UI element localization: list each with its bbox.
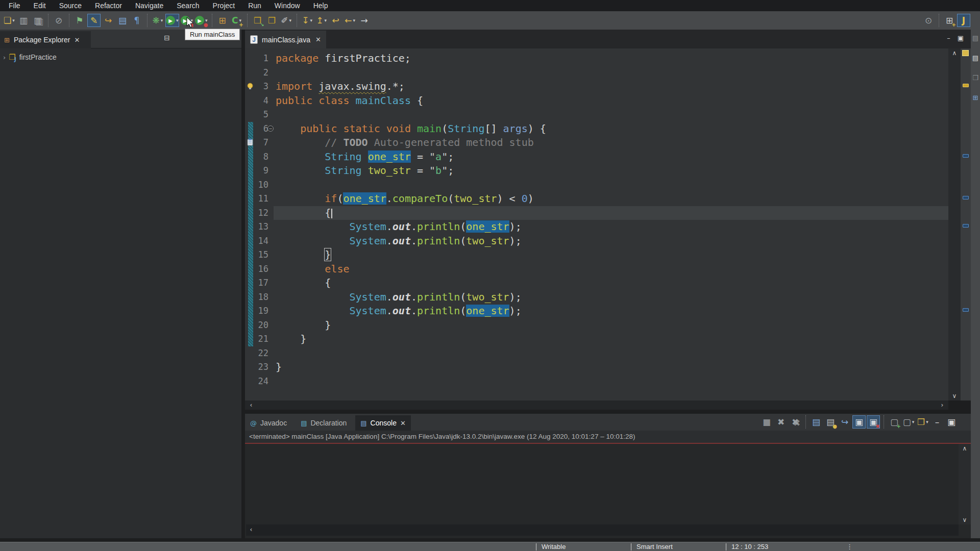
line-number-24[interactable]: 24 — [245, 374, 268, 389]
console-output[interactable] — [245, 444, 959, 524]
line-number-5[interactable]: 5 — [245, 108, 268, 122]
chevron-down-icon[interactable]: ▾ — [176, 18, 179, 23]
menu-source[interactable]: Source — [53, 1, 88, 11]
mark-occurrences-icon[interactable]: ✎ — [87, 14, 101, 27]
line-number-1[interactable]: 1 — [245, 52, 268, 66]
minimize-icon[interactable]: – — [947, 35, 950, 41]
outline-view-icon[interactable]: ▤ — [972, 55, 978, 61]
code-line-11[interactable]: if(one_str.compareTo(two_str) < 0) — [274, 192, 948, 206]
tree-item-firstPractice[interactable]: › ❒J firstPractice — [3, 53, 57, 61]
console-horizontal-scrollbar[interactable]: ‹ — [246, 524, 959, 536]
line-number-17[interactable]: 17 — [245, 276, 268, 290]
code-line-18[interactable]: System.out.println(two_str); — [274, 290, 948, 305]
annotate-icon[interactable]: ✐▾ — [280, 14, 293, 27]
code-line-9[interactable]: String two_str = "b"; — [274, 164, 948, 178]
chevron-down-icon[interactable]: ▾ — [161, 18, 163, 23]
code-line-10[interactable] — [274, 178, 948, 192]
chevron-right-icon[interactable]: › — [3, 54, 6, 61]
menu-file[interactable]: File — [2, 1, 27, 11]
chevron-down-icon[interactable]: ▾ — [12, 18, 15, 23]
menu-run[interactable]: Run — [241, 1, 268, 11]
new-class-icon[interactable]: C+▾ — [230, 14, 243, 27]
code-line-19[interactable]: System.out.println(one_str); — [274, 304, 948, 318]
line-number-19[interactable]: 19 — [245, 304, 268, 318]
maximize-icon[interactable]: ▣ — [958, 35, 964, 41]
display-console-icon[interactable]: ▢▾ — [902, 415, 915, 429]
collapse-all-icon[interactable]: ⊟ — [164, 34, 170, 41]
debug-icon[interactable]: ❋▾ — [151, 14, 164, 27]
warning-marker[interactable] — [963, 84, 969, 87]
close-icon[interactable]: ✕ — [400, 419, 406, 427]
save-icon[interactable]: ▥ — [17, 14, 30, 27]
menu-edit[interactable]: Edit — [27, 1, 53, 11]
tab-javadoc[interactable]: @Javadoc — [245, 415, 296, 431]
menu-search[interactable]: Search — [170, 1, 206, 11]
chevron-down-icon[interactable]: ▾ — [289, 18, 291, 23]
word-wrap-icon[interactable]: ↪ — [838, 415, 851, 429]
open-perspective-icon[interactable]: ⊞+ — [943, 14, 956, 27]
scroll-lock-icon[interactable]: ▤● — [824, 415, 837, 429]
show-whitespace-icon[interactable]: ¶ — [130, 14, 143, 27]
menu-navigate[interactable]: Navigate — [129, 1, 170, 11]
code-line-24[interactable] — [274, 374, 948, 389]
terminate-icon[interactable]: ■ — [760, 415, 773, 429]
line-number-8[interactable]: 8 — [245, 150, 268, 164]
code-line-4[interactable]: public class mainClass { — [274, 94, 948, 108]
next-edit-location-icon[interactable]: ↥▾ — [315, 14, 328, 27]
skip-breakpoints-icon[interactable]: ⊘ — [52, 14, 65, 27]
occurrence-marker[interactable] — [963, 308, 969, 312]
line-number-12[interactable]: 12 — [245, 206, 268, 220]
new-console-view-icon[interactable]: ❒▾ — [916, 415, 929, 429]
scroll-up-icon[interactable]: ∧ — [959, 445, 971, 452]
maximize-console-icon[interactable]: ▣ — [945, 415, 958, 429]
code-line-5[interactable] — [274, 108, 948, 122]
scroll-left-icon[interactable]: ‹ — [248, 402, 254, 409]
chevron-down-icon[interactable]: ▾ — [912, 419, 915, 424]
previous-edit-icon[interactable]: ↩ — [329, 14, 342, 27]
doc-view-icon[interactable]: ❒ — [972, 74, 978, 81]
launch-config-icon[interactable]: ⚑ — [73, 14, 86, 27]
code-line-1[interactable]: package firstPractice; — [274, 52, 948, 66]
new-java-project-icon[interactable]: ⊞ — [216, 14, 229, 27]
line-number-2[interactable]: 2 — [245, 66, 268, 80]
line-number-4[interactable]: 4 — [245, 94, 268, 108]
code-line-6[interactable]: public static void main(String[] args) { — [274, 122, 948, 136]
code-line-15[interactable]: } — [274, 248, 948, 262]
code-line-23[interactable]: } — [274, 360, 948, 374]
scroll-down-icon[interactable]: ∨ — [959, 516, 971, 523]
code-area[interactable]: 1package firstPractice;23import javax.sw… — [245, 48, 948, 400]
line-number-15[interactable]: 15 — [245, 248, 268, 262]
line-number-16[interactable]: 16 — [245, 262, 268, 277]
link-with-editor-icon[interactable]: ↪ — [102, 14, 115, 27]
menu-help[interactable]: Help — [307, 1, 335, 11]
chevron-down-icon[interactable]: ▾ — [324, 18, 327, 23]
tab-declaration[interactable]: ▤Declaration — [296, 415, 355, 431]
back-icon[interactable]: ←▾ — [344, 14, 357, 27]
line-number-9[interactable]: 9 — [245, 164, 268, 178]
new-wizard-icon[interactable]: ❏▾ — [3, 14, 16, 27]
fold-collapse-icon[interactable]: − — [267, 126, 274, 132]
line-number-18[interactable]: 18 — [245, 290, 268, 305]
show-on-stdout-icon[interactable]: ▣✖ — [867, 415, 880, 429]
close-icon[interactable]: ✕ — [74, 36, 80, 44]
task-icon[interactable] — [246, 138, 254, 146]
open-console-icon[interactable]: ▢+ — [888, 415, 901, 429]
line-number-22[interactable]: 22 — [245, 346, 268, 361]
profile-icon[interactable]: ▶●▾ — [194, 14, 208, 27]
code-line-3[interactable]: import javax.swing.*; — [274, 80, 948, 94]
import-icon[interactable]: ❒↘ — [251, 14, 264, 27]
code-line-8[interactable]: String one_str = "a"; — [274, 150, 948, 164]
code-line-16[interactable]: else — [274, 262, 948, 277]
clear-console-icon[interactable]: ▤ — [810, 415, 823, 429]
code-line-20[interactable]: } — [274, 318, 948, 333]
code-line-21[interactable]: } — [274, 332, 948, 346]
occurrence-marker[interactable] — [963, 224, 969, 228]
overview-ruler[interactable] — [961, 48, 971, 400]
chevron-down-icon[interactable]: ▾ — [353, 18, 355, 23]
save-all-icon[interactable]: ▥ — [31, 14, 44, 27]
line-number-20[interactable]: 20 — [245, 318, 268, 333]
run-icon[interactable]: ▶▾ — [165, 14, 179, 27]
line-number-23[interactable]: 23 — [245, 360, 268, 374]
aggregate-warning-marker[interactable] — [962, 50, 969, 56]
line-number-21[interactable]: 21 — [245, 332, 268, 346]
